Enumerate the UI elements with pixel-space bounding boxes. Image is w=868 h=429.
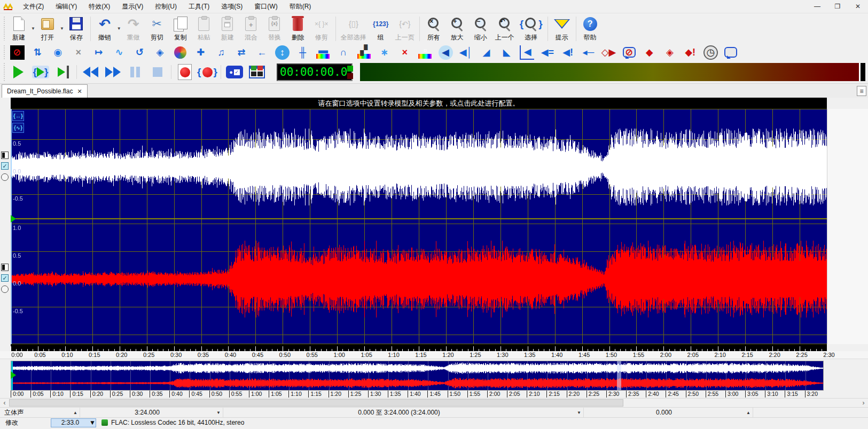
channel-left-solo-radio[interactable] (1, 173, 9, 181)
horizontal-scrollbar[interactable]: ‹ › (0, 398, 868, 407)
stereo-expander-icon[interactable]: ◇▶ (601, 45, 616, 60)
compressor-icon[interactable]: ◉ (51, 45, 65, 60)
spinner-up-icon[interactable]: ▲ (746, 410, 750, 415)
channel-right-view-toggle[interactable] (1, 264, 9, 271)
stereo-warning-icon[interactable]: ◆! (683, 45, 698, 60)
scrollbar-thumb[interactable] (9, 399, 623, 407)
minimize-button[interactable]: — (807, 0, 827, 13)
dropdown-icon[interactable]: ▼ (216, 410, 221, 415)
shape-wave-icon[interactable]: ∿ (112, 45, 127, 60)
undo-button[interactable]: ↶撤销 (93, 14, 116, 43)
match-volume-icon[interactable]: ◀= (540, 45, 554, 60)
maximize-volume-icon[interactable]: ◀! (561, 45, 575, 60)
open-dropdown-icon[interactable]: ▼ (60, 26, 64, 31)
menu-item-5[interactable]: 工具(T) (183, 1, 215, 12)
play-marker-icon[interactable] (11, 215, 16, 223)
menu-item-6[interactable]: 选项(S) (215, 1, 248, 12)
zoom-selection-button[interactable]: {}选择 (517, 14, 545, 43)
transcribe-message-bar[interactable]: 请在窗口选项中设置转录模型及相关参数，或点击此处进行配置。 (11, 98, 827, 109)
pause-button[interactable] (124, 62, 146, 82)
paste-button[interactable]: 粘贴 (192, 14, 216, 43)
undo-dropdown-icon[interactable]: ▼ (117, 26, 121, 31)
volume-icon[interactable]: ◀ (439, 45, 453, 60)
dropdown-icon[interactable]: ▼ (89, 419, 96, 426)
auto-gain-icon[interactable]: ◂─ (581, 45, 596, 60)
paste-new-button[interactable]: 新建 (216, 14, 239, 43)
spectrum-filter-icon[interactable]: ▞ (357, 45, 371, 60)
position-field[interactable]: 2:33.0 ▼ (51, 418, 96, 427)
redo-button[interactable]: ↷重做 (122, 14, 145, 43)
timer-icon[interactable]: ◷ (703, 45, 718, 60)
pop-click-icon[interactable]: ∗ (377, 45, 392, 60)
zoom-out-button[interactable]: −缩小 (469, 14, 492, 43)
channel-right-edit-checkbox[interactable]: ✓ (1, 274, 9, 282)
hint-button[interactable]: 提示 (550, 14, 574, 43)
rewind-button[interactable] (79, 62, 101, 82)
trim-button[interactable]: ×{ }×修剪 (310, 14, 333, 43)
tab-close-icon[interactable]: ✕ (77, 88, 82, 95)
channel-left-edit-checkbox[interactable]: ✓ (1, 162, 9, 170)
change-volume-icon[interactable]: ◀│ (459, 45, 473, 60)
waveform-canvas[interactable] (11, 109, 827, 344)
comb-filter-icon[interactable]: ∩ (337, 45, 351, 60)
interpolate-icon[interactable] (174, 46, 186, 59)
toolbar-gripper[interactable] (3, 45, 5, 59)
control-properties-button[interactable] (246, 62, 268, 82)
overview-canvas[interactable] (11, 361, 824, 391)
menu-item-7[interactable]: 窗口(W) (248, 1, 283, 12)
scroll-left-icon[interactable]: ‹ (0, 399, 9, 407)
zoom-previous-button[interactable]: ↶上一个 (492, 14, 517, 43)
monitor-button[interactable]: ●✓ (223, 62, 246, 82)
parametric-eq-icon[interactable]: ▫ (418, 45, 432, 60)
menu-item-3[interactable]: 显示(V) (116, 1, 149, 12)
stereo-center-icon[interactable]: ◆ (642, 45, 656, 60)
group-button[interactable]: {123}组 (369, 14, 393, 43)
fade-in-icon[interactable]: ◢ (479, 45, 494, 60)
scroll-right-icon[interactable]: › (859, 399, 868, 407)
silence-icon[interactable]: ⊘ (10, 45, 25, 60)
menu-item-4[interactable]: 控制(U) (149, 1, 183, 12)
reduce-vocals-icon[interactable]: ⊘ (623, 47, 636, 58)
record-selection-button[interactable]: {} (196, 62, 218, 82)
channel-right-solo-radio[interactable] (1, 285, 9, 293)
maximize-button[interactable]: ❐ (827, 0, 848, 13)
select-all-button[interactable]: {▯}全部选择 (338, 14, 369, 43)
open-button[interactable]: 打开 (36, 14, 59, 43)
help-button[interactable]: ?帮助 (578, 14, 602, 43)
channel-left-view-toggle[interactable] (1, 152, 9, 159)
noise-reduction-icon[interactable]: × (397, 45, 412, 60)
window-list-button[interactable]: ≡ (857, 86, 866, 96)
overview-play-marker-icon[interactable] (11, 371, 16, 379)
equalizer-icon[interactable]: ╫ (295, 45, 310, 60)
fade-out-icon[interactable]: ◣ (499, 45, 514, 60)
save-button[interactable]: 保存 (65, 14, 88, 43)
mechanize-icon[interactable]: × (71, 45, 85, 60)
new-dropdown-icon[interactable]: ▼ (31, 26, 35, 31)
zoom-in-button[interactable]: +放大 (445, 14, 469, 43)
stop-button[interactable] (146, 62, 169, 82)
time-shift-icon[interactable]: ← (255, 45, 269, 60)
replace-button[interactable]: {x}替换 (263, 14, 286, 43)
smart-edit-mode-button[interactable]: {∿} (12, 123, 24, 133)
shape-volume-icon[interactable]: ◀ (520, 45, 534, 60)
cut-button[interactable]: ✂剪切 (145, 14, 169, 43)
menu-item-0[interactable]: 文件(Z) (17, 1, 50, 12)
fast-forward-button[interactable] (101, 62, 124, 82)
record-button[interactable] (174, 62, 196, 82)
tab-dream-it-possible[interactable]: Dream_It_Possible.flac ✕ (2, 84, 88, 98)
doppler-icon[interactable]: ⇅ (30, 45, 45, 60)
close-button[interactable]: ✕ (848, 0, 868, 13)
menu-item-2[interactable]: 特效(X) (83, 1, 116, 12)
selection-field[interactable]: 0.000 至 3:24.000 (3:24.000) ▼ (223, 408, 584, 417)
bandpass-filter-icon[interactable]: ▬ (316, 45, 330, 60)
new-button[interactable]: 新建 (7, 14, 30, 43)
menu-item-1[interactable]: 编辑(Y) (50, 1, 83, 12)
mix-button[interactable]: +混合 (239, 14, 263, 43)
play-to-end-button[interactable] (52, 62, 74, 82)
zoom-all-button[interactable]: ×所有 (422, 14, 445, 43)
menu-item-8[interactable]: 帮助(R) (284, 1, 317, 12)
spinner-up-icon[interactable]: ▲ (73, 410, 77, 415)
total-length-field[interactable]: 3:24.000 ▼ (80, 408, 223, 417)
offset-icon[interactable]: ↦ (91, 45, 106, 60)
multichannel-icon[interactable]: ✚ (193, 45, 208, 60)
